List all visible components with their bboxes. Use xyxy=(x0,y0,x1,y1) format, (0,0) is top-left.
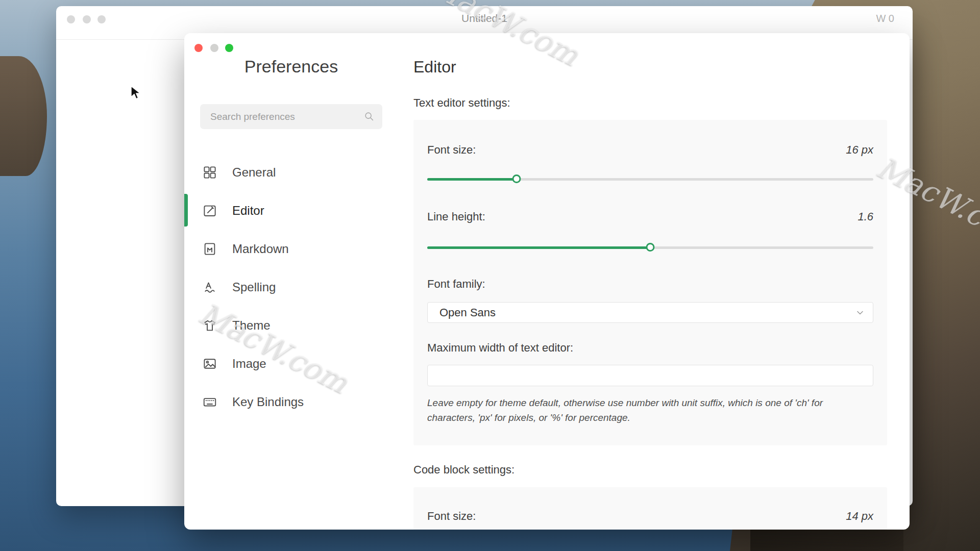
desktop: Untitled-1 W 0 Preferences xyxy=(0,0,980,551)
sidebar-item-image[interactable]: Image xyxy=(184,344,398,383)
font-size-value: 16 px xyxy=(846,143,873,157)
font-size-label: Font size: xyxy=(427,143,476,157)
spelling-icon xyxy=(202,280,217,295)
slider-fill xyxy=(427,246,650,249)
word-count: W 0 xyxy=(876,13,894,24)
sidebar-nav: General Editor Markdown xyxy=(184,153,398,421)
code-block-settings-panel: Font size: 14 px xyxy=(413,487,887,530)
slider-fill xyxy=(427,178,517,181)
sidebar-item-label: Spelling xyxy=(232,280,276,294)
editor-icon xyxy=(202,203,217,218)
section-label-code-block: Code block settings: xyxy=(413,463,514,477)
preferences-window: Preferences General xyxy=(184,33,910,530)
chevron-down-icon xyxy=(855,308,865,319)
page-title: Editor xyxy=(413,58,456,77)
font-size-slider[interactable] xyxy=(427,174,873,184)
sidebar-item-markdown[interactable]: Markdown xyxy=(184,230,398,268)
search-box xyxy=(200,104,382,129)
font-family-selected-value: Open Sans xyxy=(439,303,496,323)
max-width-label: Maximum width of text editor: xyxy=(427,341,573,355)
sidebar-item-key-bindings[interactable]: Key Bindings xyxy=(184,383,398,421)
search-icon xyxy=(363,111,375,124)
sidebar-item-theme[interactable]: Theme xyxy=(184,306,398,344)
slider-thumb[interactable] xyxy=(512,174,521,183)
minimize-button[interactable] xyxy=(210,44,218,52)
max-width-input[interactable] xyxy=(427,365,873,386)
sidebar-item-label: Editor xyxy=(232,204,264,218)
section-label-text-editor: Text editor settings: xyxy=(413,96,510,110)
line-height-value: 1.6 xyxy=(857,210,873,223)
sidebar-item-label: General xyxy=(232,165,276,180)
image-icon xyxy=(202,356,217,371)
sidebar-item-label: Theme xyxy=(232,318,271,333)
slider-thumb[interactable] xyxy=(646,243,655,252)
preferences-title: Preferences xyxy=(184,57,398,77)
font-family-select[interactable]: Open Sans xyxy=(427,302,873,323)
line-height-label: Line height: xyxy=(427,210,485,223)
general-icon xyxy=(202,165,217,180)
preferences-sidebar: Preferences General xyxy=(184,33,398,530)
close-button[interactable] xyxy=(194,44,203,52)
keyboard-icon xyxy=(202,394,217,410)
max-width-hint: Leave empty for theme default, otherwise… xyxy=(427,395,873,425)
wallpaper-cliff-left xyxy=(0,56,47,176)
line-height-slider[interactable] xyxy=(427,242,873,253)
code-font-size-value: 14 px xyxy=(846,510,873,523)
code-font-size-label: Font size: xyxy=(427,510,476,523)
sidebar-item-label: Markdown xyxy=(232,242,289,256)
sidebar-item-label: Image xyxy=(232,357,266,371)
font-family-label: Font family: xyxy=(427,278,485,291)
sidebar-item-general[interactable]: General xyxy=(184,153,398,191)
sidebar-item-spelling[interactable]: Spelling xyxy=(184,268,398,306)
theme-icon xyxy=(202,318,217,333)
search-input[interactable] xyxy=(200,104,382,129)
preferences-content: Editor Text editor settings: Font size: … xyxy=(398,33,910,530)
zoom-button[interactable] xyxy=(225,44,233,52)
sidebar-item-label: Key Bindings xyxy=(232,395,304,409)
window-title: Untitled-1 xyxy=(56,12,913,24)
text-editor-settings-panel: Font size: 16 px Line height: 1.6 Font f… xyxy=(413,120,887,445)
sidebar-item-editor[interactable]: Editor xyxy=(184,191,398,230)
markdown-icon xyxy=(202,241,217,257)
